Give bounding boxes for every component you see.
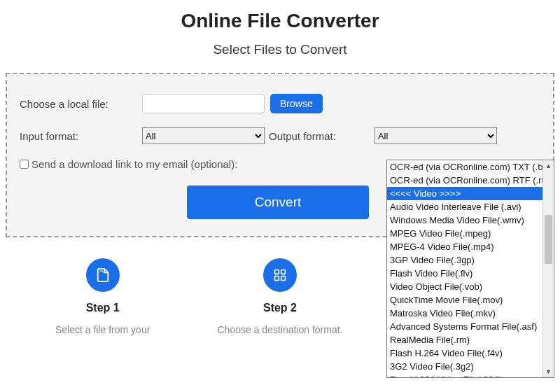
svg-rect-1 (274, 270, 279, 274)
convert-button[interactable]: Convert (187, 186, 369, 219)
output-format-label: Output format: (269, 130, 336, 142)
output-format-dropdown[interactable]: OCR-ed (via OCRonline.com) TXT (.txt)OCR… (386, 160, 554, 378)
dropdown-option[interactable]: RealMedia File(.rm) (387, 333, 554, 346)
dropdown-option[interactable]: Flash H.264 Video File(.f4v) (387, 346, 554, 360)
email-checkbox-label: Send a download link to my email (option… (31, 158, 237, 170)
format-row: Input format: All Output format: All (20, 127, 536, 144)
scroll-down-icon[interactable]: ▼ (543, 366, 554, 377)
grid-icon (263, 258, 297, 292)
dropdown-option[interactable]: OCR-ed (via OCRonline.com) TXT (.txt) (387, 160, 554, 174)
svg-text:FILE: FILE (99, 270, 105, 273)
step-2-title: Step 2 (210, 302, 350, 314)
file-icon: FILE (86, 258, 120, 292)
input-format-label: Input format: (20, 130, 142, 142)
step-2-desc: Choose a destination format. (210, 324, 350, 335)
email-checkbox[interactable] (20, 160, 29, 169)
dropdown-option[interactable]: Matroska Video File(.mkv) (387, 307, 554, 320)
svg-rect-4 (281, 276, 286, 281)
choose-file-label: Choose a local file: (20, 98, 142, 110)
dropdown-option[interactable]: Video Object File(.vob) (387, 280, 554, 293)
svg-rect-3 (274, 276, 279, 281)
dropdown-option[interactable]: MPEG-4 Video File(.mp4) (387, 240, 554, 253)
step-1-desc: Select a file from your (33, 324, 173, 335)
step-1-title: Step 1 (33, 302, 173, 314)
dropdown-option[interactable]: 3G2 Video File(.3g2) (387, 360, 554, 373)
scroll-up-icon[interactable]: ▲ (543, 160, 554, 172)
dropdown-option[interactable]: 3GP Video File(.3gp) (387, 253, 554, 267)
dropdown-option[interactable]: <<<< Video >>>> (387, 187, 554, 200)
dropdown-option[interactable]: Flash Video File(.flv) (387, 267, 554, 280)
output-format-select[interactable]: All (374, 127, 497, 144)
input-format-select[interactable]: All (142, 127, 265, 144)
dropdown-option[interactable]: MPEG Video File(.mpeg) (387, 227, 554, 240)
step-1: FILE Step 1 Select a file from your (33, 258, 173, 335)
step-2: Step 2 Choose a destination format. (210, 258, 350, 335)
dropdown-option[interactable]: OCR-ed (via OCRonline.com) RTF (.rtf) (387, 174, 554, 187)
browse-button[interactable]: Browse (270, 94, 323, 113)
scroll-thumb[interactable] (545, 215, 552, 264)
page-subtitle: Select Files to Convert (0, 42, 560, 57)
dropdown-option[interactable]: Windows Media Video File(.wmv) (387, 214, 554, 227)
choose-file-row: Choose a local file: Browse (20, 94, 536, 113)
page-title: Online File Converter (0, 10, 560, 32)
dropdown-option[interactable]: Advanced Systems Format File(.asf) (387, 320, 554, 333)
dropdown-option[interactable]: Raw H.264 Video File(.264) (387, 373, 554, 377)
dropdown-option[interactable]: Audio Video Interleave File (.avi) (387, 200, 554, 214)
file-path-input[interactable] (142, 94, 265, 113)
dropdown-option[interactable]: QuickTime Movie File(.mov) (387, 293, 554, 307)
svg-rect-2 (281, 270, 286, 274)
dropdown-scrollbar[interactable]: ▲ ▼ (542, 160, 554, 377)
